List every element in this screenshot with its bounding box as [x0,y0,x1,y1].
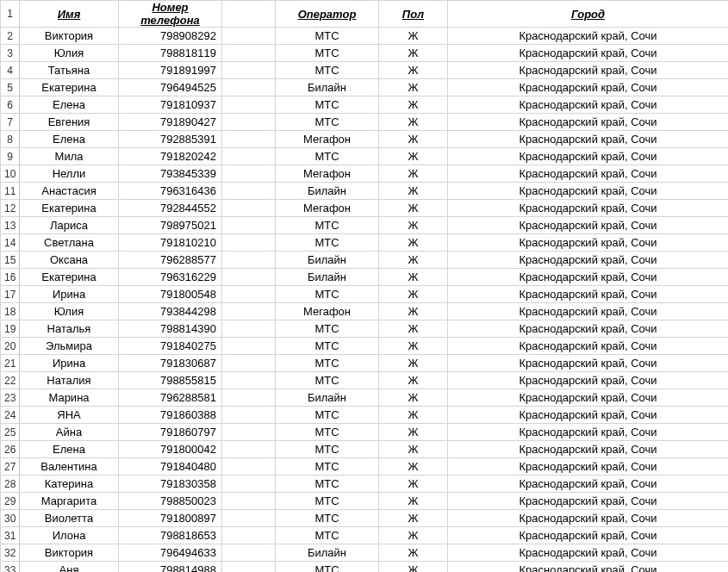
cell-name[interactable]: Евгения [20,114,119,131]
cell-spacer[interactable] [222,79,276,96]
cell-operator[interactable]: МТС [276,476,379,493]
cell-spacer[interactable] [222,114,276,131]
cell-phone[interactable]: 791810937 [119,96,222,114]
cell-name[interactable]: Елена [20,131,119,148]
cell-phone[interactable]: 798818653 [119,527,222,544]
cell-phone[interactable]: 792844552 [119,200,222,217]
cell-spacer[interactable] [222,217,276,234]
cell-operator[interactable]: Мегафон [276,165,379,183]
cell-operator[interactable]: МТС [276,372,379,389]
cell-gender[interactable]: Ж [379,476,448,493]
cell-operator[interactable]: Билайн [276,183,379,200]
cell-name[interactable]: Маргарита [20,493,119,510]
cell-operator[interactable]: Мегафон [276,303,379,320]
cell-operator[interactable]: МТС [276,234,379,252]
cell-phone[interactable]: 798855815 [119,372,222,389]
cell-operator[interactable]: МТС [276,114,379,131]
cell-city[interactable]: Краснодарский край, Сочи [448,96,729,114]
cell-phone[interactable]: 798814390 [119,320,222,338]
cell-spacer[interactable] [222,389,276,407]
cell-name[interactable]: Оксана [20,252,119,269]
cell-gender[interactable]: Ж [379,510,448,527]
cell-spacer[interactable] [222,493,276,510]
cell-city[interactable]: Краснодарский край, Сочи [448,303,729,320]
cell-gender[interactable]: Ж [379,79,448,96]
cell-phone[interactable]: 791890427 [119,114,222,131]
cell-gender[interactable]: Ж [379,234,448,252]
cell-phone[interactable]: 791800548 [119,286,222,303]
cell-name[interactable]: Виолетта [20,510,119,527]
cell-city[interactable]: Краснодарский край, Сочи [448,441,729,458]
cell-phone[interactable]: 793844298 [119,303,222,320]
cell-phone[interactable]: 796316436 [119,183,222,200]
cell-gender[interactable]: Ж [379,458,448,476]
cell-name[interactable]: Екатерина [20,200,119,217]
cell-name[interactable]: Валентина [20,458,119,476]
cell-phone[interactable]: 791840480 [119,458,222,476]
cell-phone[interactable]: 798975021 [119,217,222,234]
cell-operator[interactable]: Билайн [276,544,379,562]
cell-phone[interactable]: 791891997 [119,62,222,79]
cell-phone[interactable]: 791830687 [119,355,222,372]
cell-gender[interactable]: Ж [379,355,448,372]
cell-name[interactable]: Илона [20,527,119,544]
cell-gender[interactable]: Ж [379,200,448,217]
cell-name[interactable]: Эльмира [20,338,119,355]
cell-spacer[interactable] [222,544,276,562]
cell-city[interactable]: Краснодарский край, Сочи [448,476,729,493]
cell-name[interactable]: Виктория [20,28,119,45]
cell-spacer[interactable] [222,424,276,441]
cell-phone[interactable]: 791800897 [119,510,222,527]
cell-city[interactable]: Краснодарский край, Сочи [448,252,729,269]
cell-name[interactable]: Екатерина [20,79,119,96]
cell-operator[interactable]: Мегафон [276,200,379,217]
cell-phone[interactable]: 791810210 [119,234,222,252]
cell-city[interactable]: Краснодарский край, Сочи [448,407,729,424]
cell-spacer[interactable] [222,562,276,573]
cell-gender[interactable]: Ж [379,165,448,183]
cell-city[interactable]: Краснодарский край, Сочи [448,320,729,338]
cell-gender[interactable]: Ж [379,217,448,234]
cell-name[interactable]: Мила [20,148,119,165]
cell-city[interactable]: Краснодарский край, Сочи [448,424,729,441]
cell-spacer[interactable] [222,131,276,148]
cell-gender[interactable]: Ж [379,62,448,79]
cell-name[interactable]: Наталия [20,372,119,389]
cell-spacer[interactable] [222,510,276,527]
cell-spacer[interactable] [222,96,276,114]
cell-spacer[interactable] [222,320,276,338]
cell-spacer[interactable] [222,28,276,45]
cell-operator[interactable]: МТС [276,96,379,114]
cell-operator[interactable]: МТС [276,338,379,355]
cell-name[interactable]: Елена [20,96,119,114]
cell-name[interactable]: Марина [20,389,119,407]
cell-city[interactable]: Краснодарский край, Сочи [448,458,729,476]
cell-phone[interactable]: 791830358 [119,476,222,493]
cell-phone[interactable]: 796288581 [119,389,222,407]
cell-operator[interactable]: МТС [276,424,379,441]
cell-operator[interactable]: МТС [276,510,379,527]
cell-operator[interactable]: МТС [276,562,379,573]
cell-operator[interactable]: Билайн [276,252,379,269]
cell-city[interactable]: Краснодарский край, Сочи [448,510,729,527]
cell-city[interactable]: Краснодарский край, Сочи [448,286,729,303]
cell-operator[interactable]: МТС [276,62,379,79]
cell-operator[interactable]: Билайн [276,269,379,286]
cell-city[interactable]: Краснодарский край, Сочи [448,79,729,96]
cell-city[interactable]: Краснодарский край, Сочи [448,355,729,372]
cell-gender[interactable]: Ж [379,28,448,45]
cell-city[interactable]: Краснодарский край, Сочи [448,148,729,165]
cell-spacer[interactable] [222,458,276,476]
cell-name[interactable]: Татьяна [20,62,119,79]
cell-name[interactable]: Ирина [20,286,119,303]
cell-spacer[interactable] [222,527,276,544]
cell-spacer[interactable] [222,62,276,79]
cell-gender[interactable]: Ж [379,372,448,389]
cell-gender[interactable]: Ж [379,527,448,544]
cell-operator[interactable]: МТС [276,286,379,303]
cell-gender[interactable]: Ж [379,407,448,424]
cell-phone[interactable]: 791860797 [119,424,222,441]
cell-operator[interactable]: МТС [276,148,379,165]
cell-name[interactable]: Светлана [20,234,119,252]
cell-spacer[interactable] [222,338,276,355]
